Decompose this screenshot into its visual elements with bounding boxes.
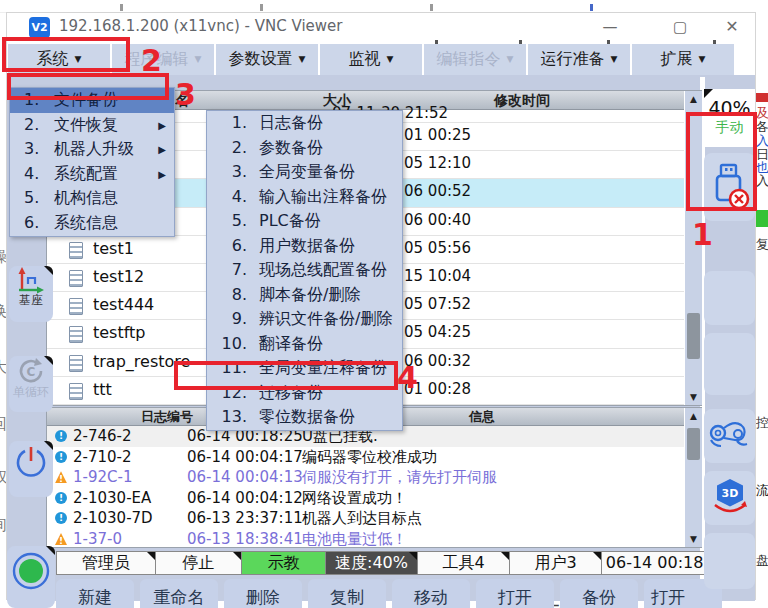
- scrollbar-thumb[interactable]: [687, 313, 700, 359]
- vnc-window: V2 192.168.1.200 (x11vnc) - VNC Viewer —…: [6, 12, 756, 600]
- menu-item-number: 13.: [215, 405, 247, 429]
- power-icon: [13, 441, 49, 485]
- base-coordinate-button[interactable]: 基座: [9, 266, 53, 322]
- status-segment[interactable]: 管理员: [56, 551, 156, 575]
- mode-label: 手动: [704, 119, 755, 137]
- scroll-up-icon[interactable]: ▲: [685, 408, 702, 424]
- file-table-scrollbar[interactable]: ▲ ▼: [685, 91, 702, 405]
- speed-value: 40%: [704, 97, 755, 119]
- base-axes-icon: [15, 266, 47, 294]
- system-menu-item[interactable]: 2. 文件恢复 ▶: [10, 113, 174, 138]
- menu-tab[interactable]: 扩展▼: [632, 44, 734, 75]
- menu-item-number: 4.: [215, 185, 247, 209]
- log-row[interactable]: ! 1-92C-1 06-14 00:04:13 伺服没有打开，请先打开伺服: [47, 467, 684, 488]
- system-menu-item[interactable]: 1. 文件备份: [10, 88, 174, 113]
- menu-tab[interactable]: 参数设置▼: [216, 44, 318, 75]
- 3d-cube-icon: 3D: [707, 475, 753, 521]
- log-message: 编码器零位校准成功: [302, 448, 437, 467]
- scrollbar-thumb[interactable]: [687, 428, 700, 460]
- handheld-controller-button[interactable]: [704, 409, 755, 463]
- action-button[interactable]: 移动: [392, 579, 470, 608]
- backup-submenu-item[interactable]: 3. 全局变量备份: [207, 160, 402, 185]
- file-name: testftp: [93, 323, 146, 342]
- menu-tab-label: 运行准备: [541, 49, 605, 68]
- action-button[interactable]: 打开: [476, 579, 554, 608]
- status-segment-label: 管理员: [82, 553, 130, 572]
- backup-submenu-item[interactable]: 12. 迁移备份: [207, 381, 402, 406]
- backup-submenu-item[interactable]: 4. 输入输出注释备份: [207, 185, 402, 210]
- svg-text:3D: 3D: [721, 487, 738, 500]
- menu-tab[interactable]: 监视▼: [320, 44, 422, 75]
- menu-item-label: 机器人升级: [54, 137, 134, 161]
- status-segment[interactable]: 停止: [156, 551, 242, 575]
- menu-item-number: 2.: [24, 113, 39, 137]
- menu-item-label: 现场总线配置备份: [259, 258, 387, 282]
- scroll-down-icon[interactable]: ▼: [685, 531, 702, 547]
- menu-item-label: 用户数据备份: [259, 234, 355, 258]
- backup-submenu-item[interactable]: 5. PLC备份: [207, 209, 402, 234]
- menu-item-number: 3.: [215, 160, 247, 184]
- log-scrollbar[interactable]: ▲ ▼: [685, 408, 702, 547]
- action-button[interactable]: 备份: [560, 579, 638, 608]
- action-button[interactable]: 复制: [308, 579, 386, 608]
- file-modified-time: 06 00:52: [404, 182, 471, 200]
- system-menu-item[interactable]: 5. 机构信息: [10, 186, 174, 211]
- system-menu-item[interactable]: 4. 系统配置 ▶: [10, 162, 174, 187]
- col-header-time[interactable]: 修改时间: [442, 91, 602, 109]
- file-icon: [69, 383, 83, 400]
- log-message: 电池电量过低！: [302, 530, 407, 547]
- menu-tab[interactable]: 运行准备▼: [528, 44, 630, 75]
- system-menu-item[interactable]: 6. 系统信息: [10, 211, 174, 236]
- scroll-up-icon[interactable]: ▲: [685, 91, 702, 107]
- log-row[interactable]: ! 2-1030-EA 06-14 00:04:12 网络设置成功！: [47, 488, 684, 509]
- minimize-button[interactable]: —: [587, 13, 633, 41]
- scroll-down-icon[interactable]: ▼: [685, 389, 702, 405]
- menu-item-number: 1.: [215, 111, 247, 135]
- menu-tab[interactable]: 编辑指令▼: [424, 44, 526, 75]
- right-panel-button-empty[interactable]: [704, 271, 755, 325]
- backup-submenu-item[interactable]: 6. 用户数据备份: [207, 234, 402, 259]
- backup-submenu-item[interactable]: 13. 零位数据备份: [207, 405, 402, 430]
- single-cycle-button[interactable]: C 单循环: [9, 356, 53, 412]
- file-icon: [69, 270, 83, 287]
- file-icon: [69, 326, 83, 343]
- log-row[interactable]: ! 2-1030-7D 06-13 23:37:11 机器人到达目标点: [47, 508, 684, 529]
- title-bar[interactable]: V2 192.168.1.200 (x11vnc) - VNC Viewer —…: [7, 13, 755, 43]
- record-run-button[interactable]: [7, 546, 55, 608]
- 3d-view-button[interactable]: 3D: [704, 471, 755, 525]
- file-name: test1: [93, 239, 134, 258]
- action-bar: 新建 重命名 删除 复制 移动 打开 备份 打开U盘: [56, 579, 756, 608]
- status-segment[interactable]: 用户3: [510, 551, 602, 575]
- status-segment[interactable]: 速度:40%: [326, 551, 418, 575]
- close-button[interactable]: ✕: [709, 13, 755, 41]
- status-segment-label: 示教: [268, 553, 300, 572]
- action-button[interactable]: 新建: [56, 579, 134, 608]
- backup-submenu-item[interactable]: 1. 日志备份: [207, 111, 402, 136]
- maximize-button[interactable]: ▢: [657, 13, 703, 41]
- chevron-down-icon: ▼: [611, 54, 618, 64]
- backup-submenu-item[interactable]: 11. 全局变量注释备份: [207, 356, 402, 381]
- usb-disconnect-icon: [708, 161, 752, 213]
- log-row[interactable]: ! 2-710-2 06-14 00:04:17 编码器零位校准成功: [47, 447, 684, 468]
- action-button[interactable]: 删除: [224, 579, 302, 608]
- speed-mode-indicator[interactable]: 40% 手动: [704, 89, 755, 147]
- menu-tab-label: 程序编辑: [125, 49, 189, 68]
- window-title: 192.168.1.200 (x11vnc) - VNC Viewer: [59, 17, 342, 35]
- backup-submenu-item[interactable]: 7. 现场总线配置备份: [207, 258, 402, 283]
- right-panel-button-empty[interactable]: [704, 333, 755, 395]
- menu-tab[interactable]: 系统▼: [8, 44, 110, 75]
- status-segment[interactable]: 示教: [242, 551, 326, 575]
- system-menu-item[interactable]: 3. 机器人升级 ▶: [10, 137, 174, 162]
- backup-submenu-item[interactable]: 8. 脚本备份/删除: [207, 283, 402, 308]
- backup-submenu-item[interactable]: 9. 辨识文件备份/删除: [207, 307, 402, 332]
- backup-submenu-item[interactable]: 10. 翻译备份: [207, 332, 402, 357]
- status-segment[interactable]: 工具4: [418, 551, 510, 575]
- usb-unmount-button[interactable]: [704, 153, 755, 221]
- menu-tab[interactable]: 程序编辑▼: [112, 44, 214, 75]
- backup-submenu-item[interactable]: 2. 参数备份: [207, 136, 402, 161]
- log-row[interactable]: ! 1-37-0 06-13 18:38:41 电池电量过低！: [47, 529, 684, 547]
- right-panel-button-empty[interactable]: [704, 533, 755, 589]
- log-level-icon: !: [55, 451, 67, 463]
- action-button[interactable]: 重命名: [140, 579, 218, 608]
- power-button[interactable]: [9, 441, 53, 497]
